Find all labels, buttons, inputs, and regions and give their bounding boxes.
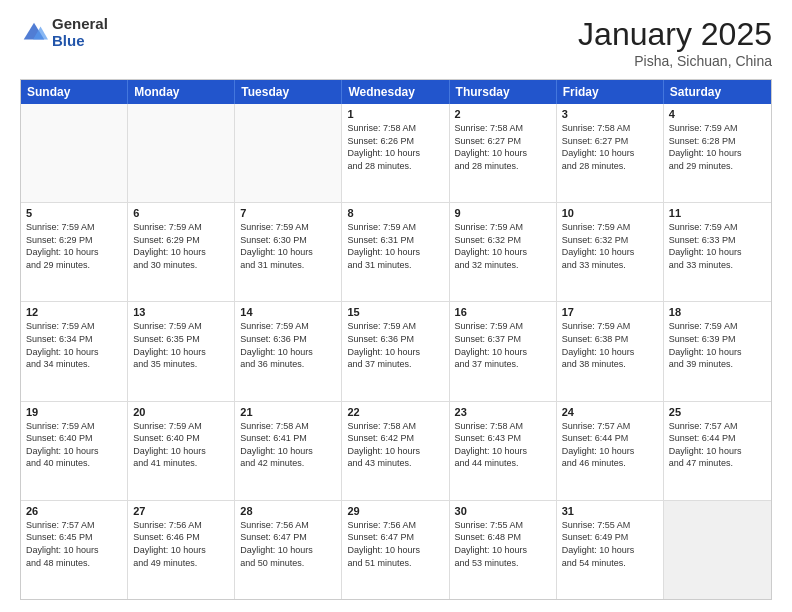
header-day-monday: Monday xyxy=(128,80,235,104)
day-info: Sunrise: 7:58 AM Sunset: 6:41 PM Dayligh… xyxy=(240,420,336,470)
day-cell-19: 19Sunrise: 7:59 AM Sunset: 6:40 PM Dayli… xyxy=(21,402,128,500)
day-cell-27: 27Sunrise: 7:56 AM Sunset: 6:46 PM Dayli… xyxy=(128,501,235,599)
day-info: Sunrise: 7:59 AM Sunset: 6:35 PM Dayligh… xyxy=(133,320,229,370)
day-cell-11: 11Sunrise: 7:59 AM Sunset: 6:33 PM Dayli… xyxy=(664,203,771,301)
day-number: 22 xyxy=(347,406,443,418)
day-number: 2 xyxy=(455,108,551,120)
day-number: 11 xyxy=(669,207,766,219)
day-cell-30: 30Sunrise: 7:55 AM Sunset: 6:48 PM Dayli… xyxy=(450,501,557,599)
header-day-tuesday: Tuesday xyxy=(235,80,342,104)
day-number: 12 xyxy=(26,306,122,318)
header-day-thursday: Thursday xyxy=(450,80,557,104)
day-cell-1: 1Sunrise: 7:58 AM Sunset: 6:26 PM Daylig… xyxy=(342,104,449,202)
day-cell-13: 13Sunrise: 7:59 AM Sunset: 6:35 PM Dayli… xyxy=(128,302,235,400)
day-info: Sunrise: 7:55 AM Sunset: 6:48 PM Dayligh… xyxy=(455,519,551,569)
day-number: 24 xyxy=(562,406,658,418)
calendar-body: 1Sunrise: 7:58 AM Sunset: 6:26 PM Daylig… xyxy=(21,104,771,599)
calendar-row-1: 5Sunrise: 7:59 AM Sunset: 6:29 PM Daylig… xyxy=(21,202,771,301)
page: General Blue January 2025 Pisha, Sichuan… xyxy=(0,0,792,612)
day-cell-9: 9Sunrise: 7:59 AM Sunset: 6:32 PM Daylig… xyxy=(450,203,557,301)
day-info: Sunrise: 7:58 AM Sunset: 6:26 PM Dayligh… xyxy=(347,122,443,172)
day-cell-21: 21Sunrise: 7:58 AM Sunset: 6:41 PM Dayli… xyxy=(235,402,342,500)
day-info: Sunrise: 7:57 AM Sunset: 6:44 PM Dayligh… xyxy=(562,420,658,470)
day-info: Sunrise: 7:57 AM Sunset: 6:44 PM Dayligh… xyxy=(669,420,766,470)
day-cell-28: 28Sunrise: 7:56 AM Sunset: 6:47 PM Dayli… xyxy=(235,501,342,599)
header: General Blue January 2025 Pisha, Sichuan… xyxy=(20,16,772,69)
day-info: Sunrise: 7:59 AM Sunset: 6:38 PM Dayligh… xyxy=(562,320,658,370)
day-number: 1 xyxy=(347,108,443,120)
day-cell-15: 15Sunrise: 7:59 AM Sunset: 6:36 PM Dayli… xyxy=(342,302,449,400)
day-number: 8 xyxy=(347,207,443,219)
day-cell-12: 12Sunrise: 7:59 AM Sunset: 6:34 PM Dayli… xyxy=(21,302,128,400)
day-cell-5: 5Sunrise: 7:59 AM Sunset: 6:29 PM Daylig… xyxy=(21,203,128,301)
day-info: Sunrise: 7:59 AM Sunset: 6:31 PM Dayligh… xyxy=(347,221,443,271)
day-cell-31: 31Sunrise: 7:55 AM Sunset: 6:49 PM Dayli… xyxy=(557,501,664,599)
day-info: Sunrise: 7:59 AM Sunset: 6:28 PM Dayligh… xyxy=(669,122,766,172)
day-cell-17: 17Sunrise: 7:59 AM Sunset: 6:38 PM Dayli… xyxy=(557,302,664,400)
logo-blue-text: Blue xyxy=(52,33,108,50)
calendar-row-3: 19Sunrise: 7:59 AM Sunset: 6:40 PM Dayli… xyxy=(21,401,771,500)
calendar: SundayMondayTuesdayWednesdayThursdayFrid… xyxy=(20,79,772,600)
day-info: Sunrise: 7:59 AM Sunset: 6:36 PM Dayligh… xyxy=(347,320,443,370)
day-cell-24: 24Sunrise: 7:57 AM Sunset: 6:44 PM Dayli… xyxy=(557,402,664,500)
day-cell-14: 14Sunrise: 7:59 AM Sunset: 6:36 PM Dayli… xyxy=(235,302,342,400)
logo-icon xyxy=(20,19,48,47)
day-number: 5 xyxy=(26,207,122,219)
day-number: 7 xyxy=(240,207,336,219)
day-number: 14 xyxy=(240,306,336,318)
day-number: 30 xyxy=(455,505,551,517)
day-info: Sunrise: 7:59 AM Sunset: 6:39 PM Dayligh… xyxy=(669,320,766,370)
day-number: 3 xyxy=(562,108,658,120)
day-number: 13 xyxy=(133,306,229,318)
logo-text: General Blue xyxy=(52,16,108,49)
day-number: 15 xyxy=(347,306,443,318)
day-number: 17 xyxy=(562,306,658,318)
day-cell-29: 29Sunrise: 7:56 AM Sunset: 6:47 PM Dayli… xyxy=(342,501,449,599)
day-info: Sunrise: 7:59 AM Sunset: 6:29 PM Dayligh… xyxy=(133,221,229,271)
day-info: Sunrise: 7:58 AM Sunset: 6:27 PM Dayligh… xyxy=(562,122,658,172)
day-info: Sunrise: 7:56 AM Sunset: 6:47 PM Dayligh… xyxy=(240,519,336,569)
header-day-wednesday: Wednesday xyxy=(342,80,449,104)
day-number: 26 xyxy=(26,505,122,517)
day-info: Sunrise: 7:59 AM Sunset: 6:37 PM Dayligh… xyxy=(455,320,551,370)
day-cell-4: 4Sunrise: 7:59 AM Sunset: 6:28 PM Daylig… xyxy=(664,104,771,202)
day-number: 10 xyxy=(562,207,658,219)
header-day-friday: Friday xyxy=(557,80,664,104)
day-number: 25 xyxy=(669,406,766,418)
day-cell-18: 18Sunrise: 7:59 AM Sunset: 6:39 PM Dayli… xyxy=(664,302,771,400)
day-number: 27 xyxy=(133,505,229,517)
empty-cell xyxy=(128,104,235,202)
day-number: 19 xyxy=(26,406,122,418)
day-number: 21 xyxy=(240,406,336,418)
empty-cell xyxy=(21,104,128,202)
day-cell-3: 3Sunrise: 7:58 AM Sunset: 6:27 PM Daylig… xyxy=(557,104,664,202)
day-info: Sunrise: 7:59 AM Sunset: 6:32 PM Dayligh… xyxy=(455,221,551,271)
day-info: Sunrise: 7:55 AM Sunset: 6:49 PM Dayligh… xyxy=(562,519,658,569)
day-cell-23: 23Sunrise: 7:58 AM Sunset: 6:43 PM Dayli… xyxy=(450,402,557,500)
day-cell-10: 10Sunrise: 7:59 AM Sunset: 6:32 PM Dayli… xyxy=(557,203,664,301)
day-number: 6 xyxy=(133,207,229,219)
logo: General Blue xyxy=(20,16,108,49)
day-number: 29 xyxy=(347,505,443,517)
calendar-header: SundayMondayTuesdayWednesdayThursdayFrid… xyxy=(21,80,771,104)
day-cell-7: 7Sunrise: 7:59 AM Sunset: 6:30 PM Daylig… xyxy=(235,203,342,301)
day-cell-26: 26Sunrise: 7:57 AM Sunset: 6:45 PM Dayli… xyxy=(21,501,128,599)
day-info: Sunrise: 7:56 AM Sunset: 6:46 PM Dayligh… xyxy=(133,519,229,569)
day-number: 20 xyxy=(133,406,229,418)
day-info: Sunrise: 7:58 AM Sunset: 6:43 PM Dayligh… xyxy=(455,420,551,470)
day-info: Sunrise: 7:58 AM Sunset: 6:42 PM Dayligh… xyxy=(347,420,443,470)
logo-general-text: General xyxy=(52,16,108,33)
header-day-saturday: Saturday xyxy=(664,80,771,104)
day-info: Sunrise: 7:58 AM Sunset: 6:27 PM Dayligh… xyxy=(455,122,551,172)
day-info: Sunrise: 7:59 AM Sunset: 6:34 PM Dayligh… xyxy=(26,320,122,370)
day-info: Sunrise: 7:57 AM Sunset: 6:45 PM Dayligh… xyxy=(26,519,122,569)
day-info: Sunrise: 7:59 AM Sunset: 6:29 PM Dayligh… xyxy=(26,221,122,271)
day-cell-16: 16Sunrise: 7:59 AM Sunset: 6:37 PM Dayli… xyxy=(450,302,557,400)
header-day-sunday: Sunday xyxy=(21,80,128,104)
title-location: Pisha, Sichuan, China xyxy=(578,53,772,69)
empty-cell xyxy=(235,104,342,202)
day-info: Sunrise: 7:59 AM Sunset: 6:40 PM Dayligh… xyxy=(133,420,229,470)
day-cell-2: 2Sunrise: 7:58 AM Sunset: 6:27 PM Daylig… xyxy=(450,104,557,202)
day-number: 31 xyxy=(562,505,658,517)
day-number: 18 xyxy=(669,306,766,318)
